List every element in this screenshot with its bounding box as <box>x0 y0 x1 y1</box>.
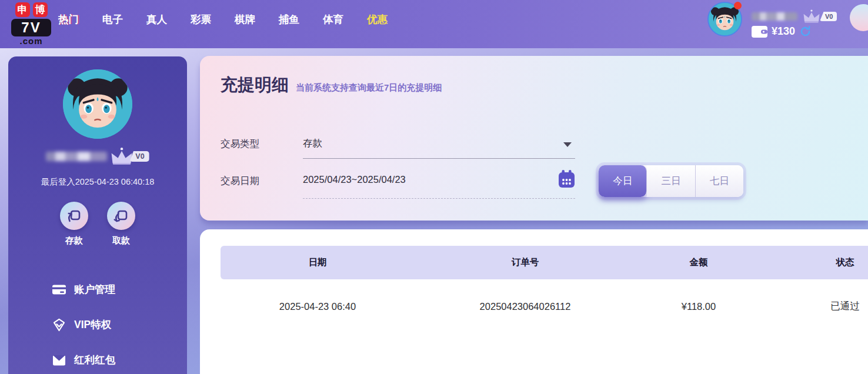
transaction-type-row: 交易类型 存款 <box>221 137 575 159</box>
site-logo[interactable]: 申 博 7V .com <box>8 2 54 46</box>
sidebar: V0 最后登入2025-04-23 06:40:18 存款取款 账户管理VIP特… <box>8 56 187 374</box>
table-cell: 20250423064026112 <box>415 279 636 333</box>
page-title: 充提明细 <box>221 74 289 97</box>
date-range-value: 2025/04/23~2025/04/23 <box>303 174 406 185</box>
table-cell: ¥118.00 <box>636 279 762 333</box>
sidebar-menu-label: 账户管理 <box>74 282 115 296</box>
logo-badges: 申 博 <box>8 2 54 17</box>
transactions-table: 日期订单号金额状态2025-04-23 06:40202504230640261… <box>221 246 868 333</box>
calendar-icon[interactable] <box>558 170 575 188</box>
table-header-cell: 订单号 <box>415 246 636 279</box>
content-area: V0 最后登入2025-04-23 06:40:18 存款取款 账户管理VIP特… <box>0 48 868 374</box>
range-button[interactable]: 七日 <box>696 165 743 197</box>
sidebar-avatar[interactable] <box>63 69 132 139</box>
transaction-type-label: 交易类型 <box>221 137 303 159</box>
table-header-cell: 状态 <box>762 246 868 279</box>
table-card: 日期订单号金额状态2025-04-23 06:40202504230640261… <box>200 229 868 374</box>
nav-item[interactable]: 捕鱼 <box>279 12 299 26</box>
logo-badge-char: 申 <box>15 2 30 17</box>
quick-action-button[interactable]: 存款 <box>55 202 93 246</box>
table-header-cell: 日期 <box>221 246 415 279</box>
card-icon <box>52 282 66 297</box>
sidebar-username-row: V0 <box>8 146 187 166</box>
table-header-cell: 金额 <box>636 246 762 279</box>
floating-button-partial[interactable] <box>850 4 868 31</box>
quick-action-label: 取款 <box>102 235 140 246</box>
card-head: 充提明细 当前系统支持查询最近7日的充提明细 <box>221 74 442 97</box>
transaction-type-value: 存款 <box>303 138 322 148</box>
range-button[interactable]: 今日 <box>599 165 647 197</box>
logo-main-text: 7V <box>11 19 51 36</box>
quick-actions: 存款取款 <box>8 202 187 246</box>
nav-item[interactable]: 热门 <box>58 12 79 26</box>
logo-badge-char: 博 <box>33 2 48 17</box>
deposit-icon <box>60 202 88 230</box>
withdraw-icon <box>107 202 135 230</box>
main-nav: 热门电子真人彩票棋牌捕鱼体育优惠 <box>58 12 388 26</box>
quick-action-label: 存款 <box>55 235 93 246</box>
table-cell: 已通过 <box>762 279 868 333</box>
nav-item[interactable]: 体育 <box>323 12 343 26</box>
main-panel: 充提明细 当前系统支持查询最近7日的充提明细 交易类型 存款 交易日期 2025… <box>200 56 868 374</box>
transaction-type-select[interactable]: 存款 <box>303 137 575 159</box>
last-login-text: 最后登入2025-04-23 06:40:18 <box>8 176 187 188</box>
table-cell: 2025-04-23 06:40 <box>221 279 415 333</box>
refresh-balance-icon[interactable] <box>799 25 812 38</box>
vip-level-badge: V0 <box>820 12 837 21</box>
transaction-date-row: 交易日期 2025/04/23~2025/04/23 <box>221 174 575 199</box>
diamond-icon <box>52 318 66 332</box>
page-subtitle: 当前系统支持查询最近7日的充提明细 <box>296 82 442 94</box>
date-range-input[interactable]: 2025/04/23~2025/04/23 <box>303 174 575 199</box>
avatar[interactable] <box>707 2 742 36</box>
page: 申 博 7V .com 热门电子真人彩票棋牌捕鱼体育优惠 <box>0 0 868 374</box>
balance-amount: ¥130 <box>772 25 795 38</box>
sidebar-menu-item[interactable]: VIP特权 <box>52 307 187 342</box>
top-navigation-bar: 申 博 7V .com 热门电子真人彩票棋牌捕鱼体育优惠 <box>0 0 868 48</box>
sidebar-menu-label: 红利红包 <box>74 353 115 367</box>
envelope-icon <box>52 353 66 368</box>
table-header-row: 日期订单号金额状态 <box>221 246 868 279</box>
sidebar-menu-label: VIP特权 <box>74 318 111 332</box>
quick-action-button[interactable]: 取款 <box>102 202 140 246</box>
range-button[interactable]: 三日 <box>647 165 695 197</box>
nav-item[interactable]: 电子 <box>102 12 123 26</box>
nav-item[interactable]: 真人 <box>146 12 167 26</box>
notification-dot <box>734 2 742 9</box>
wallet-icon <box>752 26 767 38</box>
date-range-quick-buttons: 今日三日七日 <box>599 165 743 197</box>
nav-item[interactable]: 优惠 <box>367 12 388 26</box>
logo-suffix-text: .com <box>8 36 54 46</box>
vip-crown-icon <box>802 9 822 24</box>
avatar-cartoon <box>63 69 132 139</box>
username-blurred <box>46 152 107 161</box>
user-meta: V0 ¥130 <box>752 2 837 38</box>
sidebar-menu-item[interactable]: 账户管理 <box>52 272 187 307</box>
nav-item[interactable]: 彩票 <box>191 12 211 26</box>
table-row: 2025-04-23 06:4020250423064026112¥118.00… <box>221 279 868 333</box>
nav-item[interactable]: 棋牌 <box>235 12 255 26</box>
vip-crown-icon <box>109 146 135 166</box>
filter-card: 充提明细 当前系统支持查询最近7日的充提明细 交易类型 存款 交易日期 2025… <box>200 56 868 221</box>
sidebar-menu-item[interactable]: 红利红包 <box>52 342 187 374</box>
username-blurred <box>752 12 797 21</box>
chevron-down-icon <box>563 142 572 147</box>
user-area: V0 ¥130 <box>707 2 837 38</box>
transaction-date-label: 交易日期 <box>221 174 303 199</box>
sidebar-menu: 账户管理VIP特权红利红包 <box>8 272 187 374</box>
